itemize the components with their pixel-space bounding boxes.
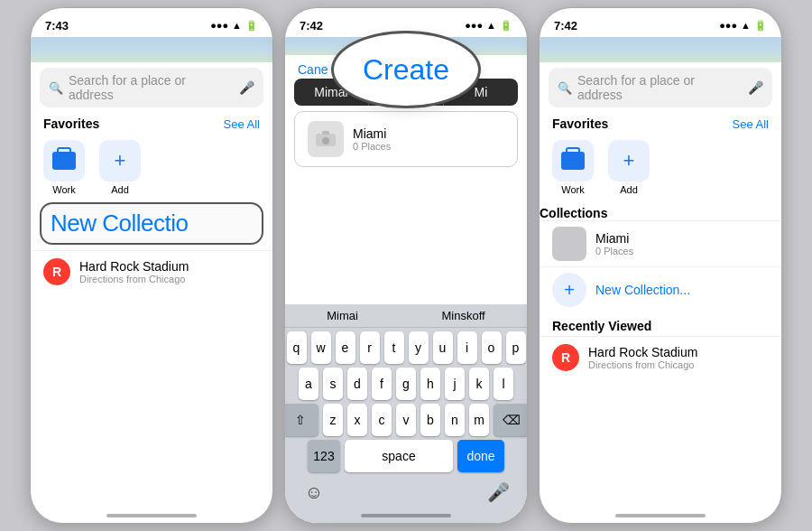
cancel-button[interactable]: Cane — [298, 62, 328, 77]
home-indicator-1 — [106, 514, 197, 517]
fav-add-label: Add — [111, 184, 129, 195]
fav-work-3[interactable]: Work — [552, 140, 594, 195]
key-w[interactable]: w — [311, 331, 331, 364]
key-x[interactable]: x — [347, 404, 367, 436]
battery-icon-2: 🔋 — [500, 20, 512, 32]
hard-rock-item-3[interactable]: R Hard Rock Stadium Directions from Chic… — [540, 336, 781, 378]
key-h[interactable]: h — [420, 368, 440, 400]
keyboard-row-1: q w e r t y u i o p — [285, 328, 527, 364]
collections-header: Collections — [540, 202, 781, 220]
phone-1: 7:43 ●●● ▲ 🔋 🔍 Search for a place or add… — [30, 7, 273, 524]
hard-rock-icon-1: R — [43, 258, 70, 285]
fav-work-icon-box-3 — [552, 140, 594, 182]
key-y[interactable]: y — [409, 331, 429, 364]
new-collection-plus-icon: + — [552, 273, 586, 307]
key-z[interactable]: z — [323, 404, 343, 436]
mic-icon-3[interactable]: 🎤 — [748, 80, 763, 95]
key-s[interactable]: s — [323, 368, 343, 400]
search-icon-3: 🔍 — [558, 81, 572, 95]
hard-rock-title-3: Hard Rock Stadium — [588, 345, 697, 359]
keyboard: Mimai Minskoff q w e r t y u i o p a s d… — [285, 304, 527, 523]
key-l[interactable]: l — [494, 368, 513, 400]
emoji-key[interactable]: ☺ — [300, 476, 328, 508]
favorites-row-1: Work + Add — [31, 135, 272, 202]
new-collection-text: New Collectio — [51, 210, 188, 237]
key-v[interactable]: v — [396, 404, 416, 436]
phones-container: 7:43 ●●● ▲ 🔋 🔍 Search for a place or add… — [0, 0, 812, 531]
miami-entry[interactable]: Miami 0 Places — [294, 111, 518, 167]
key-q[interactable]: q — [287, 331, 307, 364]
hard-rock-item-1[interactable]: R Hard Rock Stadium Directions from Chic… — [31, 250, 272, 293]
status-bar-1: 7:43 ●●● ▲ 🔋 — [31, 8, 272, 37]
keyboard-row-3: ⇧ z x c v b n m ⌫ — [285, 400, 527, 436]
key-f[interactable]: f — [372, 368, 392, 400]
key-r[interactable]: r — [360, 331, 380, 364]
status-bar-3: 7:42 ●●● ▲ 🔋 — [540, 8, 781, 37]
map-background-1 — [31, 37, 272, 62]
key-k[interactable]: k — [469, 368, 489, 400]
see-all-1[interactable]: See All — [224, 117, 260, 131]
see-all-3[interactable]: See All — [733, 117, 769, 131]
search-placeholder-1: Search for a place or address — [69, 73, 234, 102]
new-collection-row[interactable]: + New Collection... — [540, 266, 781, 312]
key-m[interactable]: m — [469, 404, 489, 436]
search-bar-1[interactable]: 🔍 Search for a place or address 🎤 — [40, 68, 263, 107]
hard-rock-subtitle-3: Directions from Chicago — [588, 359, 697, 370]
favorites-title-1: Favorites — [43, 116, 99, 131]
fav-work-icon-box — [43, 140, 85, 182]
key-done[interactable]: done — [457, 440, 504, 472]
suggestion-left[interactable]: Mimai — [327, 309, 358, 322]
key-backspace[interactable]: ⌫ — [494, 404, 528, 436]
search-bar-3[interactable]: 🔍 Search for a place or address 🎤 — [549, 68, 772, 107]
suggestion-right[interactable]: Minskoff — [442, 309, 485, 322]
key-p[interactable]: p — [506, 331, 526, 364]
key-u[interactable]: u — [433, 331, 453, 364]
wifi-icon: ▲ — [232, 20, 242, 31]
wifi-icon-3: ▲ — [741, 20, 751, 31]
briefcase-icon — [52, 152, 76, 170]
key-shift[interactable]: ⇧ — [284, 404, 318, 436]
svg-rect-2 — [322, 131, 329, 135]
add-plus-icon-3: + — [623, 151, 635, 171]
miami-collection-item[interactable]: Miami 0 Places — [540, 220, 781, 266]
key-n[interactable]: n — [445, 404, 465, 436]
keyboard-row-4: 123 space done — [285, 436, 527, 472]
home-indicator-3 — [615, 514, 706, 517]
key-t[interactable]: t — [384, 331, 404, 364]
phone-3: 7:42 ●●● ▲ 🔋 🔍 Search for a place or add… — [539, 7, 782, 524]
key-o[interactable]: o — [482, 331, 502, 364]
miami-content: Miami 0 Places — [353, 126, 391, 152]
key-b[interactable]: b — [420, 404, 440, 436]
miami-thumb — [552, 227, 586, 261]
add-plus-icon: + — [115, 151, 126, 171]
signal-icon: ●●● — [210, 20, 228, 31]
mic-key-keyboard[interactable]: 🎤 — [484, 476, 512, 508]
key-d[interactable]: d — [347, 368, 367, 400]
fav-add-label-3: Add — [620, 184, 638, 195]
collections-title: Collections — [540, 206, 607, 220]
hard-rock-content-3: Hard Rock Stadium Directions from Chicag… — [588, 345, 697, 370]
key-a[interactable]: a — [299, 368, 318, 400]
key-i[interactable]: i — [457, 331, 477, 364]
search-icon: 🔍 — [49, 81, 63, 95]
key-123[interactable]: 123 — [308, 440, 340, 472]
miami-coll-title: Miami — [595, 231, 633, 246]
hard-rock-subtitle-1: Directions from Chicago — [79, 274, 189, 284]
key-e[interactable]: e — [336, 331, 355, 364]
mic-icon-1[interactable]: 🎤 — [239, 80, 254, 95]
key-c[interactable]: c — [372, 404, 392, 436]
miami-title: Miami — [353, 126, 391, 141]
miami-collection-content: Miami 0 Places — [595, 231, 633, 256]
fav-add[interactable]: + Add — [99, 140, 141, 195]
fav-add-3[interactable]: + Add — [608, 140, 650, 195]
key-g[interactable]: g — [396, 368, 416, 400]
fav-work[interactable]: Work — [43, 140, 85, 195]
create-callout: Create — [334, 33, 478, 106]
key-j[interactable]: j — [445, 368, 465, 400]
favorites-title-3: Favorites — [552, 116, 608, 131]
new-collection-highlight[interactable]: New Collectio — [40, 202, 263, 245]
key-space[interactable]: space — [345, 440, 453, 472]
keyboard-suggestions: Mimai Minskoff — [285, 304, 527, 328]
time-3: 7:42 — [554, 19, 577, 33]
new-collection-label[interactable]: New Collection... — [595, 283, 690, 297]
